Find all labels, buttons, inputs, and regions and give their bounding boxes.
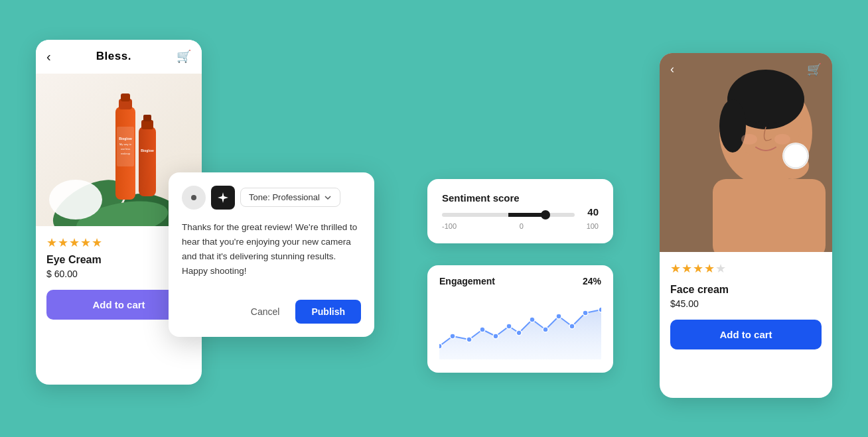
sentiment-max: 100 — [587, 222, 599, 230]
svg-point-17 — [191, 195, 196, 200]
sentiment-slider[interactable]: 40 — [442, 213, 599, 217]
svg-point-22 — [493, 334, 498, 339]
sentiment-mid: 0 — [520, 222, 524, 230]
cart-icon-left[interactable]: 🛒 — [177, 49, 191, 64]
product-image-right: ‹ 🛒 — [660, 53, 832, 252]
svg-point-28 — [569, 324, 575, 329]
cancel-button[interactable]: Cancel — [243, 301, 288, 322]
sentiment-title: Sentiment score — [442, 192, 599, 204]
tone-selector[interactable]: Tone: Professional — [240, 188, 340, 207]
svg-text:makeup: makeup — [121, 152, 131, 155]
svg-point-21 — [480, 327, 485, 332]
dot-button[interactable] — [182, 186, 206, 210]
product-name-right: Face cream — [670, 284, 822, 296]
store-title: Bless. — [96, 50, 131, 63]
sentiment-labels: -100 0 100 — [442, 222, 599, 230]
svg-rect-37 — [713, 179, 826, 252]
publish-button[interactable]: Publish — [295, 300, 361, 324]
stars-filled: ★★★★ — [670, 262, 715, 275]
product-info-right: ★★★★★ Face cream $45.00 Add to cart — [660, 252, 832, 359]
svg-point-23 — [506, 324, 512, 329]
engagement-chart — [439, 293, 601, 359]
svg-text:Bioglow: Bioglow — [141, 149, 154, 153]
engagement-card: Engagement 24% — [427, 265, 613, 373]
ai-toolbar: Tone: Professional — [182, 186, 361, 210]
back-icon[interactable]: ‹ — [46, 49, 51, 64]
svg-point-4 — [49, 180, 102, 219]
tone-label: Tone: Professional — [249, 192, 320, 202]
stars-right: ★★★★★ — [670, 261, 727, 276]
svg-rect-13 — [139, 127, 156, 196]
svg-rect-14 — [141, 120, 153, 129]
svg-point-18 — [439, 343, 442, 349]
svg-text:Bioglow: Bioglow — [119, 137, 132, 141]
svg-point-24 — [516, 330, 522, 336]
svg-text:My way to: My way to — [119, 143, 132, 146]
svg-point-20 — [467, 337, 472, 342]
svg-point-26 — [543, 327, 548, 332]
cart-icon-right[interactable]: 🛒 — [807, 62, 822, 77]
engagement-percentage: 24% — [583, 276, 601, 286]
sentiment-card: Sentiment score 40 -100 0 100 — [427, 179, 613, 243]
svg-point-38 — [741, 134, 757, 145]
ai-reply-text: Thanks for the great review! We're thril… — [182, 220, 361, 286]
svg-rect-7 — [121, 94, 130, 101]
mobile-header-right: ‹ 🛒 — [660, 53, 832, 86]
ai-star-button[interactable] — [211, 186, 235, 210]
sentiment-min: -100 — [442, 222, 457, 230]
svg-rect-15 — [143, 115, 151, 121]
svg-point-35 — [719, 99, 746, 153]
svg-rect-8 — [117, 127, 134, 166]
ai-reply-card: Tone: Professional Thanks for the great … — [169, 172, 374, 337]
ai-reply-actions: Cancel Publish — [182, 300, 361, 324]
svg-point-29 — [583, 310, 588, 316]
svg-point-25 — [530, 317, 535, 322]
engagement-title: Engagement — [439, 276, 495, 286]
back-icon-right[interactable]: ‹ — [670, 62, 674, 76]
add-to-cart-button-right[interactable]: Add to cart — [670, 320, 822, 349]
star-empty: ★ — [715, 262, 727, 275]
engagement-header: Engagement 24% — [439, 276, 601, 286]
svg-text:use less: use less — [121, 147, 131, 151]
sparkle-icon — [218, 192, 228, 203]
chevron-down-icon — [324, 194, 332, 202]
dot-icon — [191, 195, 196, 200]
sentiment-value: 40 — [587, 206, 599, 218]
svg-point-27 — [556, 314, 561, 319]
mobile-header-left: ‹ Bless. 🛒 — [36, 40, 202, 74]
product-price-right: $45.00 — [670, 298, 822, 309]
sentiment-track — [442, 213, 575, 217]
svg-point-39 — [774, 134, 790, 145]
svg-point-19 — [450, 334, 455, 339]
svg-point-30 — [599, 307, 601, 312]
svg-point-42 — [784, 144, 808, 168]
mobile-card-right: ‹ 🛒 — [660, 53, 832, 398]
